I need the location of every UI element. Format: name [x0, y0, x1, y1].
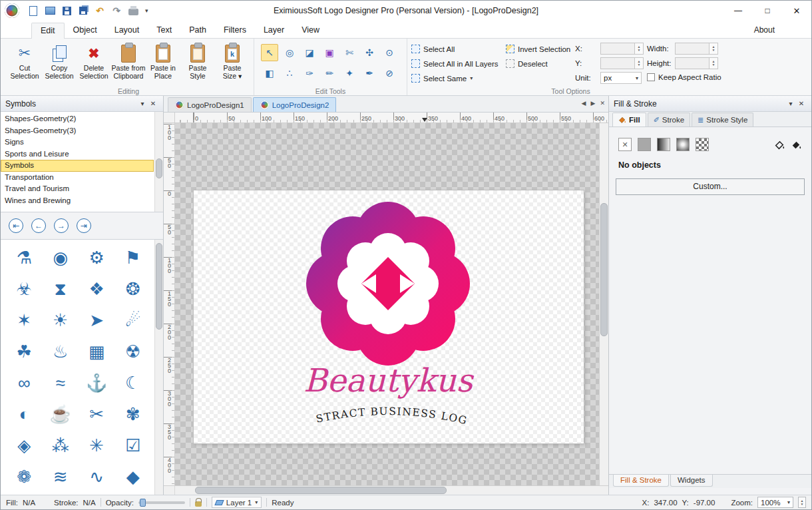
document-tab-2[interactable]: LogoProDesign2	[253, 97, 337, 112]
eyedropper-tool[interactable]: ✑	[301, 65, 318, 82]
vertical-scrollbar[interactable]	[599, 123, 608, 485]
panel-collapse-icon[interactable]: ▾	[137, 100, 148, 107]
bottom-tab-fill-stroke[interactable]: Fill & Stroke	[613, 475, 669, 487]
zoom-region-tool[interactable]: ◎	[281, 44, 298, 61]
deselect-button[interactable]: Deselect	[506, 59, 548, 68]
swirl-globe-symbol[interactable]: ◐	[6, 399, 43, 430]
pencil-tool[interactable]: ✏	[321, 65, 338, 82]
maximize-button[interactable]: □	[753, 1, 782, 21]
bottom-tab-widgets[interactable]: Widgets	[670, 475, 713, 487]
unit-select[interactable]: px ▾	[600, 72, 642, 84]
cut-selection-button[interactable]: ✂ Cut Selection	[7, 41, 42, 85]
height-spinner[interactable]	[710, 57, 718, 69]
document-tab-1[interactable]: LogoProDesign1	[168, 97, 252, 112]
tab-stroke-style[interactable]: ≣ Stroke Style	[692, 113, 753, 127]
flask-symbol[interactable]: ⚗	[6, 242, 43, 274]
paste-size-button[interactable]: k Paste Size ▾	[215, 41, 250, 85]
flower-swirl-symbol[interactable]: ❁	[6, 461, 43, 493]
copy-selection-button[interactable]: Copy Selection	[42, 41, 77, 85]
tab-layer[interactable]: Layer	[255, 23, 293, 38]
hand-flower-symbol[interactable]: ✾	[115, 399, 152, 430]
radiation-symbol[interactable]: ☢	[115, 336, 152, 368]
link-symbol[interactable]: ∞	[6, 368, 43, 399]
mountain-emblem-symbol[interactable]: ◉	[43, 242, 79, 274]
moon-symbol[interactable]: ☾	[115, 368, 152, 399]
bucket-outline-icon[interactable]	[774, 139, 785, 150]
sun-symbol[interactable]: ☀	[43, 305, 79, 336]
knife-tool[interactable]: ✄	[341, 44, 358, 61]
flame-wave-symbol[interactable]: ∿	[79, 461, 115, 493]
tab-scroll-right-icon[interactable]: ▶	[591, 100, 596, 107]
canvas-viewport[interactable]: Beautykus ABSTRACT BUSINESS LOGO	[175, 123, 599, 485]
mosaic-symbol[interactable]: ▦	[79, 336, 115, 368]
scrollbar-thumb[interactable]	[600, 203, 608, 336]
slider-handle[interactable]	[140, 499, 146, 507]
category-item[interactable]: Travel and Tourism	[1, 183, 154, 195]
coffee-cup-symbol[interactable]: ☕	[43, 399, 79, 430]
category-item[interactable]: Sports and Leisure	[1, 148, 154, 160]
shield-symbol[interactable]: ◆	[115, 461, 152, 493]
width-spinner[interactable]	[710, 43, 718, 55]
bird-wave-symbol[interactable]: ≈	[43, 368, 79, 399]
category-item[interactable]: Shapes-Geometry(3)	[1, 125, 154, 137]
select-same-button[interactable]: Select Same ▾	[411, 74, 473, 83]
scrollbar-thumb[interactable]	[156, 158, 162, 178]
checkbox-symbol[interactable]: ☑	[115, 430, 152, 461]
minimize-button[interactable]: —	[723, 1, 753, 21]
diamonds-symbol[interactable]: ❖	[79, 274, 115, 305]
sun-outline-symbol[interactable]: ✳	[79, 430, 115, 461]
fill-none-button[interactable]: ✕	[618, 138, 632, 151]
spray-tool[interactable]: ∴	[281, 65, 298, 82]
gem-symbol[interactable]: ◈	[6, 430, 43, 461]
height-input[interactable]	[675, 57, 710, 69]
anchor-emblem-symbol[interactable]: ⚓	[79, 368, 115, 399]
nav-last-button[interactable]: ⇥	[77, 218, 91, 233]
select-all-layers-button[interactable]: Select All in All Layers	[411, 59, 499, 68]
fill-linear-gradient-button[interactable]	[657, 138, 670, 151]
save-button[interactable]	[61, 5, 73, 17]
zoom-spinner[interactable]	[798, 497, 806, 508]
scrollbar-thumb[interactable]	[195, 487, 447, 494]
scissors-symbol[interactable]: ✂	[79, 399, 115, 430]
delete-selection-button[interactable]: ✖ Delete Selection	[77, 41, 111, 85]
fist-symbol[interactable]: ✶	[6, 305, 43, 336]
fill-solid-button[interactable]	[638, 138, 651, 151]
tab-stroke[interactable]: ✐ Stroke	[648, 113, 690, 127]
zoom-select[interactable]: 100% ▾	[757, 497, 793, 508]
scrollbar-thumb[interactable]	[156, 243, 162, 330]
clover-symbol[interactable]: ☘	[6, 336, 43, 368]
brush-tool[interactable]: ✒	[361, 65, 378, 82]
custom-color-button[interactable]: Custom...	[616, 178, 805, 195]
bucket-filled-icon[interactable]	[791, 139, 802, 150]
panel-close-icon[interactable]: ✕	[796, 100, 807, 107]
layer-select[interactable]: Layer 1 ▾	[212, 497, 262, 508]
keep-aspect-row[interactable]: Keep Aspect Ratio	[647, 73, 721, 81]
nav-first-button[interactable]: ⇤	[9, 218, 23, 233]
tab-view[interactable]: View	[293, 23, 328, 38]
redo-button[interactable]: ↷	[110, 5, 122, 17]
paste-in-place-button[interactable]: Paste in Place	[146, 41, 180, 85]
biohazard-symbol[interactable]: ☣	[6, 274, 43, 305]
select-tool[interactable]: ↖	[261, 44, 278, 61]
waves-symbol[interactable]: ≋	[43, 461, 79, 493]
color-region-tool[interactable]: ▣	[321, 44, 338, 61]
panel-close-icon[interactable]: ✕	[148, 100, 158, 107]
tab-path[interactable]: Path	[180, 23, 215, 38]
new-file-button[interactable]	[27, 5, 39, 17]
category-item[interactable]: Symbols	[1, 160, 154, 172]
arrow-emblem-symbol[interactable]: ➤	[79, 305, 115, 336]
tab-text[interactable]: Text	[148, 23, 180, 38]
tab-object[interactable]: Object	[65, 23, 106, 38]
panel-collapse-icon[interactable]: ▾	[785, 100, 796, 107]
tab-layout[interactable]: Layout	[106, 23, 148, 38]
nav-prev-button[interactable]: ←	[31, 218, 46, 233]
dots-cluster-symbol[interactable]: ⁂	[43, 430, 79, 461]
paste-from-clipboard-button[interactable]: Paste from Clipboard	[111, 41, 146, 85]
color-picker-tool[interactable]: ✦	[341, 65, 358, 82]
category-item[interactable]: Transportation	[1, 172, 154, 184]
tab-edit[interactable]: Edit	[31, 23, 65, 39]
symbol-grid-scrollbar[interactable]	[154, 240, 163, 495]
about-button[interactable]: About	[754, 25, 775, 35]
logo-document[interactable]: Beautykus ABSTRACT BUSINESS LOGO	[194, 190, 584, 443]
paste-style-button[interactable]: Paste Style	[180, 41, 215, 85]
